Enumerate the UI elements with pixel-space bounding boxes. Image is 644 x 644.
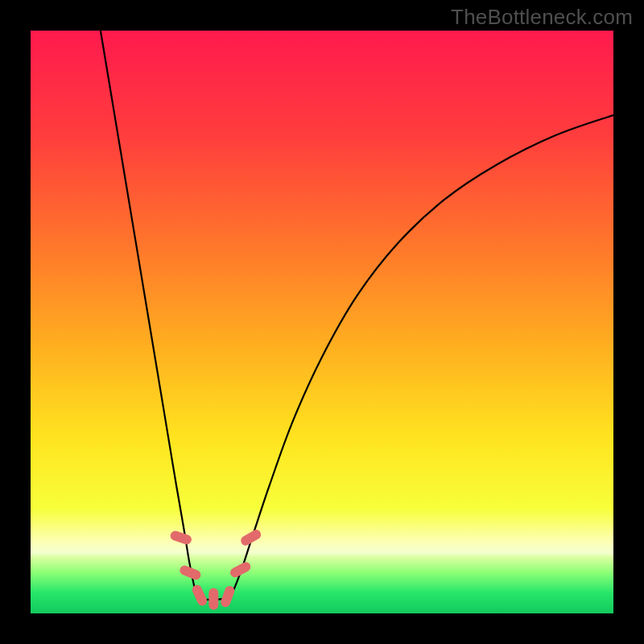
- plot-area: [31, 31, 613, 613]
- curve-marker: [208, 588, 218, 609]
- chart-svg: [31, 31, 613, 613]
- gradient-background: [31, 31, 613, 613]
- chart-frame: TheBottleneck.com: [0, 0, 644, 644]
- watermark-text: TheBottleneck.com: [451, 5, 633, 30]
